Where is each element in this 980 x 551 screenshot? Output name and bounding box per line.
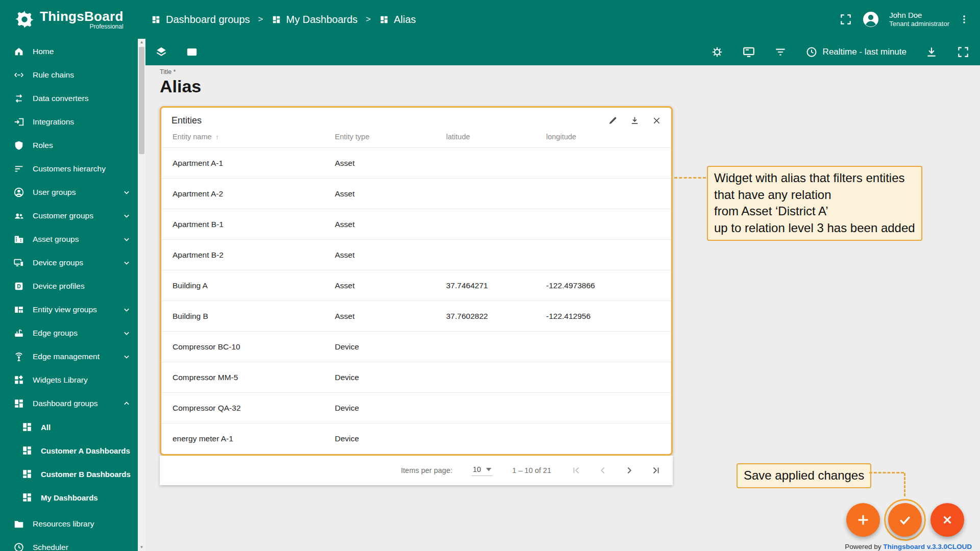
apply-changes-button[interactable] (888, 503, 922, 537)
edit-pencil-icon[interactable] (607, 115, 618, 126)
table-row[interactable]: Building AAsset37.7464271-122.4973866 (161, 270, 671, 301)
table-row[interactable]: Compressor BC-10Device (161, 332, 671, 362)
chevron-down-icon (121, 187, 132, 197)
timewindow-button[interactable]: Realtime - last minute (805, 46, 906, 58)
dashboards-icon (21, 421, 33, 433)
layout-card-icon[interactable] (185, 45, 199, 59)
column-header-entity-name[interactable]: Entity name ↑ (161, 129, 331, 148)
table-row[interactable]: Apartment B-1Asset (161, 209, 671, 240)
app-logo[interactable]: ThingsBoard Professional (0, 0, 138, 39)
dashboards-icon (379, 15, 389, 24)
sidebar-item-label: Device profiles (33, 282, 85, 291)
thingsboard-version-link[interactable]: Thingsboard v.3.3.0CLOUD (883, 543, 972, 550)
breadcrumb-label: My Dashboards (286, 14, 358, 26)
add-widget-button[interactable] (846, 503, 880, 537)
sidebar-item-customer-groups[interactable]: Customer groups (0, 204, 138, 228)
column-header-latitude[interactable]: latitude (442, 129, 542, 148)
sidebar-item-user-groups[interactable]: User groups (0, 181, 138, 204)
layers-icon[interactable] (155, 45, 168, 59)
column-header-entity-type[interactable]: Entity type (331, 129, 442, 148)
sidebar-item-label: Widgets Library (33, 375, 88, 385)
avatar[interactable] (862, 10, 880, 29)
table-row[interactable]: Compressor MM-5Device (161, 362, 671, 393)
antenna-icon (13, 351, 24, 362)
annotation-connector (869, 472, 904, 473)
sidebar-item-home[interactable]: Home (0, 40, 138, 63)
close-icon[interactable] (651, 115, 662, 126)
pagination-bar: Items per page: 10 1 – 10 of 21 (160, 456, 673, 485)
dashboards-icon (21, 492, 33, 503)
sidebar-item-label: All (41, 423, 51, 432)
sidebar-item-label: User groups (33, 188, 76, 197)
sidebar-item-customer-a-dashboards[interactable]: Customer A Dashboards (0, 439, 138, 462)
column-header-longitude[interactable]: longitude (542, 129, 671, 148)
annotation-alias-note: Widget with alias that filters entities … (707, 166, 922, 241)
items-per-page-value: 10 (473, 465, 481, 473)
entities-table: Entity name ↑ Entity type latitude longi… (161, 129, 671, 454)
scrollbar-thumb[interactable] (139, 47, 144, 154)
title-field-label: Title * (160, 68, 201, 76)
sidebar-item-widgets-library[interactable]: Widgets Library (0, 368, 138, 392)
sidebar-item-label: My Dashboards (41, 493, 98, 502)
table-row[interactable]: Apartment A-1Asset (161, 148, 671, 179)
sidebar-item-device-groups[interactable]: Device groups (0, 251, 138, 274)
table-row[interactable]: energy meter A-1Device (161, 423, 671, 454)
scroll-down-icon[interactable]: ▼ (138, 544, 145, 551)
sidebar-item-integrations[interactable]: Integrations (0, 110, 138, 134)
clock-icon (13, 542, 24, 551)
breadcrumb: Dashboard groups > My Dashboards > Alias (151, 14, 416, 26)
check-icon (897, 512, 913, 528)
sidebar-item-edge-groups[interactable]: Edge groups (0, 321, 138, 345)
sidebar-item-label: Edge management (33, 352, 100, 361)
table-row[interactable]: Compressor QA-32Device (161, 393, 671, 423)
sidebar-item-resources-library[interactable]: Resources library (0, 512, 138, 536)
dashboards-icon (151, 15, 161, 24)
user-name: John Doe (889, 11, 949, 20)
first-page-icon[interactable] (571, 465, 582, 476)
sidebar-item-data-converters[interactable]: Data converters (0, 87, 138, 110)
next-page-icon[interactable] (624, 465, 635, 476)
fullscreen-icon[interactable] (957, 45, 970, 59)
chevron-down-icon (121, 328, 132, 338)
table-row[interactable]: Building BAsset37.7602822-122.412956 (161, 301, 671, 332)
export-download-icon[interactable] (629, 115, 640, 126)
sidebar-scrollbar[interactable]: ▲ ▼ (138, 39, 145, 551)
sidebar-item-my-dashboards[interactable]: My Dashboards (0, 486, 138, 509)
sidebar-item-customers-hierarchy[interactable]: Customers hierarchy (0, 157, 138, 181)
table-row[interactable]: Apartment B-2Asset (161, 240, 671, 270)
more-vert-icon[interactable] (959, 14, 970, 25)
previous-page-icon[interactable] (597, 465, 608, 476)
sidebar-item-scheduler[interactable]: Scheduler (0, 536, 138, 551)
widget-title: Entities (172, 115, 202, 126)
download-icon[interactable] (925, 45, 938, 59)
timewindow-clock-icon (805, 46, 818, 58)
sidebar-item-all-dashboards[interactable]: All (0, 415, 138, 439)
discard-changes-button[interactable] (930, 503, 964, 537)
scroll-up-icon[interactable]: ▲ (138, 39, 145, 46)
sidebar-item-label: Device groups (33, 258, 83, 267)
breadcrumb-my-dashboards[interactable]: My Dashboards (272, 14, 358, 26)
sidebar-item-roles[interactable]: Roles (0, 134, 138, 157)
breadcrumb-dashboard-groups[interactable]: Dashboard groups (151, 14, 250, 26)
items-per-page-select[interactable]: 10 (472, 464, 493, 476)
table-row[interactable]: Apartment A-2Asset (161, 179, 671, 209)
breadcrumb-separator: > (258, 14, 263, 24)
fullscreen-icon[interactable] (839, 13, 852, 26)
hierarchy-icon (13, 163, 24, 174)
entity-aliases-filter-icon[interactable] (774, 45, 787, 59)
sidebar-item-asset-groups[interactable]: Asset groups (0, 228, 138, 251)
plus-icon (855, 512, 871, 528)
sidebar-item-edge-management[interactable]: Edge management (0, 345, 138, 368)
last-page-icon[interactable] (650, 465, 662, 476)
chevron-down-icon (121, 211, 132, 221)
sidebar-item-rule-chains[interactable]: Rule chains (0, 63, 138, 87)
sidebar-item-dashboard-groups[interactable]: Dashboard groups (0, 392, 138, 415)
page-title[interactable]: Alias (160, 77, 201, 96)
sidebar-item-label: Customer A Dashboards (41, 446, 130, 455)
settings-gear-icon[interactable] (710, 45, 724, 59)
sidebar-item-customer-b-dashboards[interactable]: Customer B Dashboards (0, 462, 138, 486)
manage-layouts-icon[interactable] (742, 45, 755, 59)
sidebar-item-entity-view-groups[interactable]: Entity view groups (0, 298, 138, 321)
breadcrumb-alias[interactable]: Alias (379, 14, 416, 26)
sidebar-item-device-profiles[interactable]: D Device profiles (0, 274, 138, 298)
